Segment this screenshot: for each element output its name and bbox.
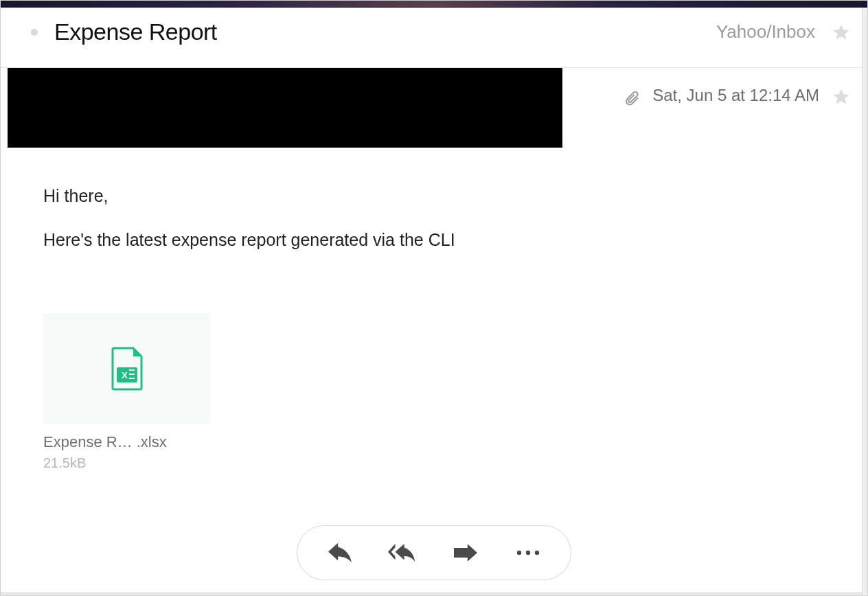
attachment-icon[interactable] [624,90,640,106]
reply-icon [328,542,352,563]
svg-point-5 [517,551,521,555]
reply-all-icon [388,542,417,563]
attachment-preview[interactable]: X [43,314,211,424]
email-greeting: Hi there, [43,185,826,208]
more-button[interactable] [507,532,549,573]
email-subject: Expense Report [54,19,217,45]
forward-icon [454,543,477,562]
email-header: Expense Report Yahoo/Inbox [1,8,867,68]
email-body-line: Here's the latest expense report generat… [43,229,826,252]
attachment-filename: Expense R… .xlsx [43,433,211,451]
window-titlebar [1,1,867,8]
forward-button[interactable] [445,532,486,573]
attachment[interactable]: X Expense R… .xlsx 21.5kB [43,314,211,471]
sender-info-redacted [8,68,562,148]
reply-all-button[interactable] [382,532,423,573]
svg-point-7 [535,551,539,555]
scrollbar[interactable] [862,8,867,595]
svg-point-6 [526,551,530,555]
svg-text:X: X [122,370,128,380]
folder-path[interactable]: Yahoo/Inbox [716,21,815,43]
excel-file-icon: X [110,347,144,391]
email-body-area: Sat, Jun 5 at 12:14 AM Hi there, Here's … [1,68,867,471]
unread-dot [31,29,38,36]
email-content: Hi there, Here's the latest expense repo… [1,148,867,252]
star-icon[interactable] [832,87,851,106]
more-icon [516,549,540,556]
attachment-filesize: 21.5kB [43,455,211,471]
email-date: Sat, Jun 5 at 12:14 AM [652,86,819,105]
action-bar [297,525,571,580]
window-bottom-border [1,593,862,595]
star-icon[interactable] [832,23,851,42]
reply-button[interactable] [319,532,361,573]
